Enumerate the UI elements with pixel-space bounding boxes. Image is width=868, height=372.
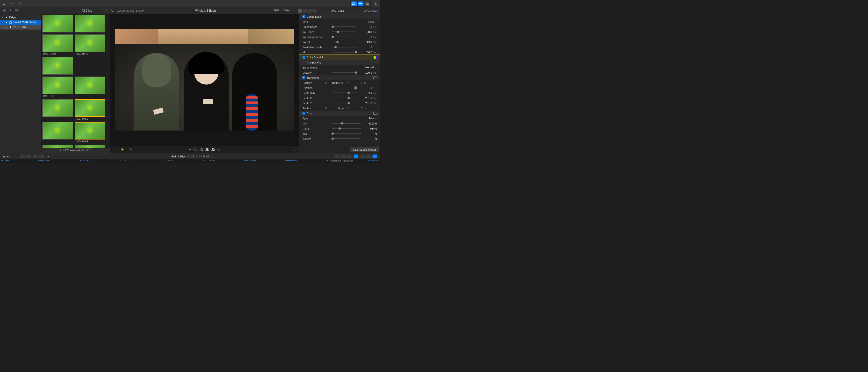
download-icon[interactable] <box>2 2 6 6</box>
disclosure-triangle-icon[interactable]: ▸ <box>6 25 8 29</box>
filmstrip-view-icon[interactable] <box>100 8 103 12</box>
smoothness-slider[interactable] <box>332 26 356 27</box>
clip-thumbnail[interactable] <box>75 76 105 94</box>
insert-tool-icon[interactable] <box>20 155 25 158</box>
chevron-updown-icon[interactable]: ⌃⌄ <box>93 9 98 12</box>
effect-enable-checkbox[interactable] <box>303 15 305 18</box>
effect-enable-checkbox[interactable] <box>303 56 305 59</box>
scale-y-slider[interactable] <box>332 103 356 103</box>
viewer-canvas[interactable] <box>110 14 299 146</box>
index-button[interactable]: Index <box>2 155 9 158</box>
ink-fill-slider[interactable] <box>332 42 356 42</box>
color-inspector-tab[interactable] <box>303 9 307 12</box>
enhance-icon[interactable]: ✨⌄ <box>120 148 126 151</box>
param-value[interactable]: 0 <box>364 132 377 135</box>
clip-thumbnail[interactable] <box>42 76 73 94</box>
crop-section[interactable]: Crop <box>299 111 380 116</box>
search-icon[interactable] <box>110 8 113 12</box>
effect-section-comic-basic[interactable]: Comic Basic <box>299 14 380 19</box>
disclosure-triangle-icon[interactable]: ▸ <box>6 21 8 24</box>
crop-type-dropdown[interactable]: Trim ⌄ <box>369 117 377 120</box>
param-value[interactable]: 0 <box>364 137 377 140</box>
param-value[interactable]: 100.0 <box>359 51 372 54</box>
screen-layout-icon[interactable]: ▭⌄ <box>113 148 117 151</box>
timeline-toggle-icon[interactable] <box>358 1 364 6</box>
import-icon[interactable] <box>9 8 12 12</box>
mix-slider[interactable] <box>332 52 356 53</box>
keyword-icon[interactable] <box>15 8 19 12</box>
onscreen-controls-icon[interactable] <box>373 112 377 115</box>
scale-x-slider[interactable] <box>332 98 356 98</box>
section-enable-checkbox[interactable] <box>303 76 305 79</box>
param-value[interactable]: 6 <box>359 46 372 49</box>
ink-edges-slider[interactable] <box>332 31 356 32</box>
effects-browser-icon[interactable] <box>366 155 371 158</box>
clip-thumbnail[interactable] <box>75 15 105 32</box>
timeline-ruler[interactable]: 0:15:00 00:00:30:00 00:00:45:00 00:01:00… <box>0 159 380 163</box>
param-value[interactable]: 100.0 <box>359 71 372 74</box>
crop-left-slider[interactable] <box>332 123 361 124</box>
retime-icon[interactable]: ↻⌄ <box>129 148 134 151</box>
clip-thumbnail[interactable] <box>42 57 73 74</box>
snapping-icon[interactable] <box>353 155 359 158</box>
crop-top-slider[interactable] <box>332 133 361 134</box>
effect-section-color-board[interactable]: Color Board 1 <box>299 55 380 60</box>
clip-thumbnail[interactable] <box>75 122 105 140</box>
workspace-switcher[interactable] <box>350 1 371 6</box>
transform-section[interactable]: Transform <box>299 75 380 80</box>
timeline-view-icon[interactable] <box>360 155 365 158</box>
skimming-icon[interactable] <box>335 155 340 158</box>
param-value[interactable]: 1242.0 <box>364 122 377 125</box>
disclosure-triangle-icon[interactable]: ▾ <box>2 16 4 19</box>
transitions-label[interactable]: Installed Transitions <box>332 160 353 162</box>
opacity-slider[interactable] <box>332 72 356 73</box>
library-root[interactable]: ▾ ✦ Edyn <box>0 15 41 20</box>
transitions-browser-icon[interactable] <box>372 155 377 158</box>
event-item[interactable]: ▸ ★ 21-01-2020 <box>0 25 41 30</box>
param-value[interactable]: 19.0 <box>359 41 372 43</box>
share-icon[interactable] <box>374 2 377 6</box>
param-value[interactable]: 0 <box>359 87 372 89</box>
posterize-slider[interactable] <box>332 47 356 48</box>
browser-toggle-icon[interactable] <box>351 1 357 6</box>
param-value[interactable]: 261 <box>359 92 372 94</box>
smart-collections-item[interactable]: ▸ ▢ Smart Collections <box>0 20 41 25</box>
scale-all-slider[interactable] <box>332 93 356 93</box>
save-effects-preset-button[interactable]: Save Effects Preset <box>350 147 379 152</box>
inspector-toggle-icon[interactable] <box>365 1 370 6</box>
clapperboard-icon[interactable] <box>2 8 6 12</box>
select-tool-icon[interactable]: ↖ ⌄ <box>47 155 53 158</box>
key-icon[interactable] <box>10 2 13 6</box>
clip-thumbnail-selected[interactable] <box>75 99 105 117</box>
audio-skim-icon[interactable] <box>341 155 346 158</box>
crop-bottom-slider[interactable] <box>332 138 361 139</box>
solo-icon[interactable] <box>347 155 352 158</box>
param-value[interactable]: 261.0 <box>359 102 372 104</box>
overwrite-tool-icon[interactable] <box>33 155 37 158</box>
zoom-dropdown[interactable]: 88% ⌄ <box>274 9 282 12</box>
view-dropdown[interactable]: View ⌄ <box>284 9 293 12</box>
rotation-dial[interactable] <box>354 86 358 90</box>
clip-thumbnail[interactable] <box>42 122 73 140</box>
ink-smoothness-slider[interactable] <box>332 37 356 37</box>
style-dropdown[interactable]: Color ⌄ <box>368 20 377 23</box>
onscreen-controls-icon[interactable] <box>373 76 377 79</box>
clip-thumbnail[interactable] <box>42 34 73 52</box>
list-view-icon[interactable] <box>104 8 108 12</box>
crop-right-slider[interactable] <box>332 128 361 129</box>
blend-mode-dropdown[interactable]: Normal ⌄ <box>365 66 377 69</box>
video-inspector-tab[interactable] <box>298 9 302 12</box>
connect-tool-icon[interactable] <box>39 155 44 158</box>
param-value[interactable]: 261.0 <box>359 97 372 99</box>
anchor-y-value[interactable]: 0 <box>350 107 362 110</box>
param-value[interactable]: 934.0 <box>364 127 377 130</box>
clip-thumbnail[interactable] <box>42 15 73 32</box>
play-button[interactable]: ▶ <box>189 148 191 151</box>
clip-thumbnail[interactable] <box>75 34 105 52</box>
clip-thumbnail[interactable] <box>42 99 73 117</box>
position-y-value[interactable]: 0 <box>350 82 362 84</box>
info-inspector-tab[interactable] <box>312 9 317 12</box>
clip-filter-dropdown[interactable]: All Clips <box>82 9 92 12</box>
append-tool-icon[interactable] <box>26 155 31 158</box>
color-board-icon[interactable] <box>373 56 377 59</box>
